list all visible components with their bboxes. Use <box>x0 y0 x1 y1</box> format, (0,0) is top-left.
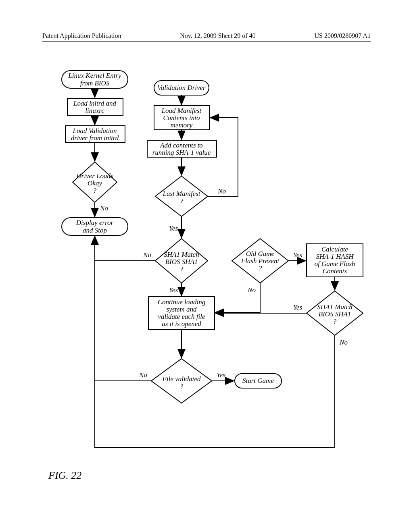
figure-caption: FIG. 22 <box>48 470 81 482</box>
label-no: No <box>247 286 256 294</box>
label-no: No <box>339 339 348 346</box>
svg-text:as it is opened: as it is opened <box>162 320 201 328</box>
label-yes: Yes <box>217 371 225 379</box>
node-load-validation-driver: Load Validation driver from initrd <box>65 126 125 143</box>
flowchart: Linux Kernel Entry from BIOS Load initrd… <box>40 69 379 480</box>
node-load-initrd: Load initrd and linuxrc <box>67 98 123 115</box>
svg-text:SHA1 Match: SHA1 Match <box>164 251 199 258</box>
node-sha1-match-bios1: SHA1 Match BIOS SHA1 ? <box>155 239 208 283</box>
svg-text:?: ? <box>259 264 262 272</box>
header-rule <box>42 41 371 42</box>
node-last-manifest: Last Manifest ? <box>155 176 208 216</box>
svg-text:system and: system and <box>166 305 197 313</box>
svg-text:Load initrd and: Load initrd and <box>73 100 117 107</box>
label-yes: Yes <box>293 251 302 259</box>
label-yes: Yes <box>169 286 178 294</box>
header-left: Patent Application Publication <box>42 32 121 39</box>
label-yes: Yes <box>169 224 178 232</box>
svg-text:running SHA-1 value: running SHA-1 value <box>152 149 211 156</box>
svg-text:Calculate: Calculate <box>321 245 348 253</box>
svg-text:validate each file: validate each file <box>158 313 205 320</box>
svg-text:Flash Present: Flash Present <box>241 257 280 265</box>
label-no: No <box>143 251 151 259</box>
svg-text:Load Manifest: Load Manifest <box>161 107 202 114</box>
svg-text:Contents into: Contents into <box>163 114 200 122</box>
svg-text:?: ? <box>180 197 184 205</box>
label-no: No <box>100 204 108 212</box>
node-add-sha: Add contents to running SHA-1 value <box>147 140 217 157</box>
svg-text:?: ? <box>333 318 337 325</box>
svg-text:?: ? <box>93 187 97 194</box>
svg-text:Validation Driver: Validation Driver <box>157 84 206 91</box>
svg-text:driver from initrd: driver from initrd <box>71 134 119 142</box>
svg-text:Contents: Contents <box>323 267 347 275</box>
node-load-manifest: Load Manifest Contents into memory <box>154 106 209 130</box>
label-yes: Yes <box>293 303 302 311</box>
node-display-error: Display error and Stop <box>62 218 128 235</box>
node-linux-kernel-entry: Linux Kernel Entry from BIOS <box>62 71 128 88</box>
node-start-game: Start Game <box>235 374 282 388</box>
svg-text:File validated: File validated <box>162 375 201 383</box>
label-no: No <box>139 371 147 379</box>
page-header: Patent Application Publication Nov. 12, … <box>42 32 371 39</box>
svg-text:Last Manifest: Last Manifest <box>162 190 200 197</box>
svg-text:?: ? <box>180 265 184 273</box>
svg-text:of Game Flash: of Game Flash <box>314 260 355 268</box>
svg-text:Linux Kernel Entry: Linux Kernel Entry <box>68 72 121 79</box>
node-calc-sha: Calculate SHA-1 HASH of Game Flash Conte… <box>307 244 363 277</box>
svg-text:Display error: Display error <box>76 219 114 227</box>
svg-text:Continue loading: Continue loading <box>158 298 206 306</box>
node-driver-loads-okay: Driver Loads Okay ? <box>73 162 117 202</box>
svg-text:Load Validation: Load Validation <box>72 127 117 135</box>
node-file-validated: File validated ? <box>151 359 212 403</box>
label-no: No <box>217 187 226 195</box>
svg-text:BIOS SHA1: BIOS SHA1 <box>165 258 198 266</box>
node-old-game-flash: Old Game Flash Present ? <box>232 239 288 283</box>
svg-text:SHA1 Match: SHA1 Match <box>317 303 352 311</box>
svg-text:Start Game: Start Game <box>242 377 274 384</box>
svg-text:Okay: Okay <box>88 179 102 187</box>
node-sha1-match-bios2: SHA1 Match BIOS SHA1 ? <box>307 291 363 335</box>
arrow-long-no <box>95 236 335 447</box>
svg-text:linuxrc: linuxrc <box>85 107 104 114</box>
header-center: Nov. 12, 2009 Sheet 29 of 40 <box>180 32 255 39</box>
svg-text:BIOS SHA1: BIOS SHA1 <box>319 310 351 318</box>
svg-text:Old Game: Old Game <box>246 250 275 258</box>
svg-text:Add contents to: Add contents to <box>160 141 203 149</box>
node-continue-loading: Continue loading system and validate eac… <box>148 297 215 330</box>
svg-text:from BIOS: from BIOS <box>80 79 110 87</box>
header-right: US 2009/0280907 A1 <box>314 32 371 39</box>
svg-text:Driver Loads: Driver Loads <box>76 172 113 180</box>
node-validation-driver: Validation Driver <box>154 81 209 95</box>
svg-text:and Stop: and Stop <box>83 227 107 234</box>
svg-text:memory: memory <box>171 121 193 129</box>
svg-text:SHA-1 HASH: SHA-1 HASH <box>316 253 354 260</box>
svg-text:?: ? <box>180 382 184 390</box>
